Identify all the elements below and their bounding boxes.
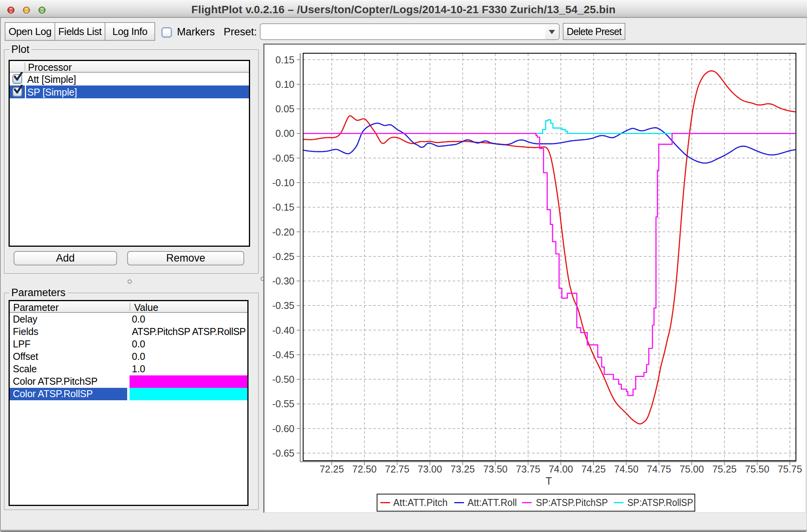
- svg-text:-0.35: -0.35: [272, 300, 294, 311]
- svg-text:-0.20: -0.20: [272, 227, 294, 237]
- svg-text:75.50: 75.50: [745, 464, 770, 474]
- svg-text:72.25: 72.25: [320, 464, 344, 474]
- svg-text:74.75: 74.75: [647, 464, 671, 474]
- svg-text:74.00: 74.00: [549, 464, 573, 474]
- svg-text:-0.25: -0.25: [272, 251, 294, 262]
- svg-text:-0.40: -0.40: [272, 325, 294, 336]
- svg-text:73.50: 73.50: [483, 464, 508, 474]
- svg-text:0.15: 0.15: [275, 54, 294, 65]
- svg-text:-0.10: -0.10: [272, 177, 294, 188]
- svg-text:75.75: 75.75: [778, 464, 802, 474]
- svg-text:-0.30: -0.30: [272, 276, 294, 286]
- svg-text:Att:ATT.Pitch: Att:ATT.Pitch: [393, 497, 448, 508]
- svg-text:75.25: 75.25: [712, 464, 737, 474]
- svg-text:73.00: 73.00: [418, 464, 442, 474]
- svg-text:75.00: 75.00: [679, 464, 704, 474]
- svg-text:T: T: [546, 475, 552, 487]
- svg-text:-0.15: -0.15: [272, 202, 294, 213]
- svg-text:-0.45: -0.45: [272, 349, 294, 360]
- svg-text:-0.55: -0.55: [272, 398, 294, 409]
- svg-text:0.05: 0.05: [275, 103, 294, 114]
- svg-text:73.75: 73.75: [516, 464, 541, 474]
- svg-text:0.10: 0.10: [275, 79, 294, 90]
- svg-text:0.00: 0.00: [275, 128, 294, 139]
- svg-text:-0.05: -0.05: [272, 153, 294, 164]
- svg-text:Att:ATT.Roll: Att:ATT.Roll: [467, 497, 517, 508]
- svg-text:SP:ATSP.PitchSP: SP:ATSP.PitchSP: [536, 497, 608, 508]
- svg-text:74.50: 74.50: [614, 464, 639, 474]
- svg-text:SP:ATSP.RollSP: SP:ATSP.RollSP: [627, 497, 693, 508]
- svg-text:-0.50: -0.50: [272, 374, 294, 385]
- svg-text:72.50: 72.50: [352, 464, 377, 474]
- svg-text:74.25: 74.25: [581, 464, 606, 474]
- svg-text:73.25: 73.25: [450, 464, 475, 474]
- svg-text:72.75: 72.75: [385, 464, 410, 474]
- svg-text:-0.65: -0.65: [272, 448, 294, 459]
- svg-text:-0.60: -0.60: [272, 423, 294, 434]
